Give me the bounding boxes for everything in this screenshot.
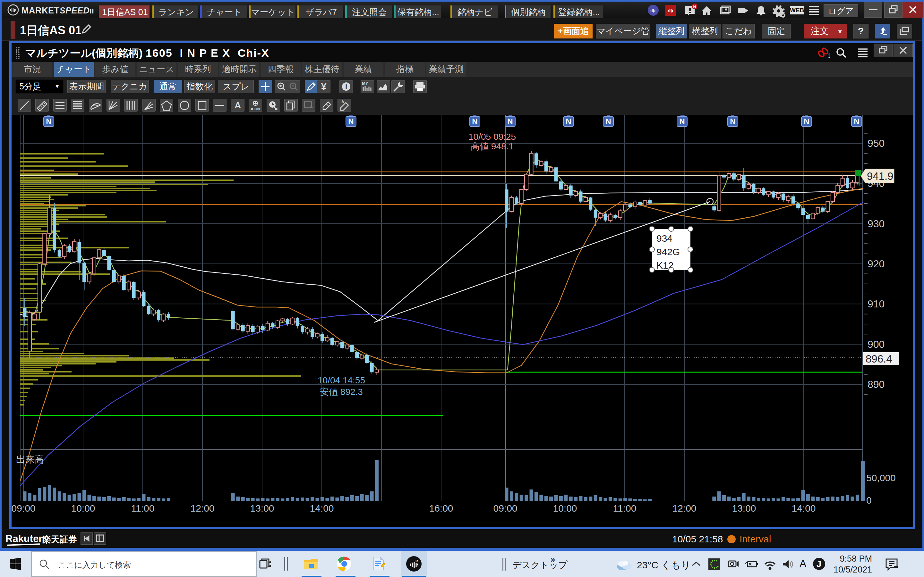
- svg-text:12:00: 12:00: [672, 503, 696, 514]
- svg-text:出来高: 出来高: [16, 454, 44, 464]
- svg-text:11:00: 11:00: [131, 503, 155, 514]
- svg-text:50,000: 50,000: [866, 472, 896, 483]
- svg-text:10/04 14:55: 10/04 14:55: [318, 376, 365, 385]
- svg-text:10:00: 10:00: [553, 503, 577, 514]
- svg-text:N: N: [507, 117, 513, 126]
- svg-text:920: 920: [867, 258, 885, 269]
- svg-text:12:00: 12:00: [190, 503, 214, 514]
- svg-text:i: i: [345, 83, 347, 91]
- svg-text:910: 910: [867, 298, 885, 309]
- svg-text:10:00: 10:00: [71, 503, 95, 514]
- svg-text:13:00: 13:00: [732, 503, 756, 514]
- svg-text:安値 892.3: 安値 892.3: [320, 387, 363, 397]
- svg-text:890: 890: [867, 379, 885, 390]
- svg-text:N: N: [348, 117, 354, 126]
- svg-text:900: 900: [867, 338, 885, 350]
- svg-text:14:00: 14:00: [792, 503, 816, 514]
- svg-text:16:00: 16:00: [429, 503, 453, 514]
- svg-text:R: R: [415, 559, 418, 563]
- svg-text:A: A: [341, 100, 344, 104]
- svg-text:941.9: 941.9: [867, 170, 893, 182]
- svg-text:10/05 09:25: 10/05 09:25: [468, 132, 516, 142]
- svg-text:950: 950: [867, 137, 885, 149]
- svg-text:N: N: [693, 5, 696, 9]
- svg-text:09:00: 09:00: [493, 503, 517, 514]
- svg-text:0: 0: [866, 495, 872, 506]
- svg-text:N: N: [854, 117, 859, 126]
- svg-text:896.4: 896.4: [866, 353, 892, 365]
- svg-text:942G: 942G: [656, 247, 680, 257]
- svg-text:A: A: [234, 100, 241, 110]
- svg-text:N: N: [679, 117, 685, 126]
- svg-text:934: 934: [656, 233, 672, 243]
- svg-text:N: N: [565, 117, 571, 126]
- svg-text:930: 930: [867, 218, 885, 229]
- svg-text:13:00: 13:00: [250, 503, 274, 514]
- svg-text:N: N: [804, 117, 809, 126]
- svg-text:N: N: [46, 117, 51, 126]
- svg-text:N: N: [730, 117, 735, 126]
- svg-text:N: N: [606, 117, 611, 126]
- svg-text:N: N: [472, 117, 477, 126]
- svg-text:MY: MY: [362, 81, 368, 85]
- svg-text:1: 1: [828, 52, 830, 58]
- svg-text:高値 948.1: 高値 948.1: [471, 141, 514, 151]
- svg-text:ICON: ICON: [251, 107, 260, 111]
- svg-text:14:00: 14:00: [310, 503, 334, 514]
- svg-text:09:00: 09:00: [11, 503, 36, 514]
- svg-text:11:00: 11:00: [613, 503, 636, 514]
